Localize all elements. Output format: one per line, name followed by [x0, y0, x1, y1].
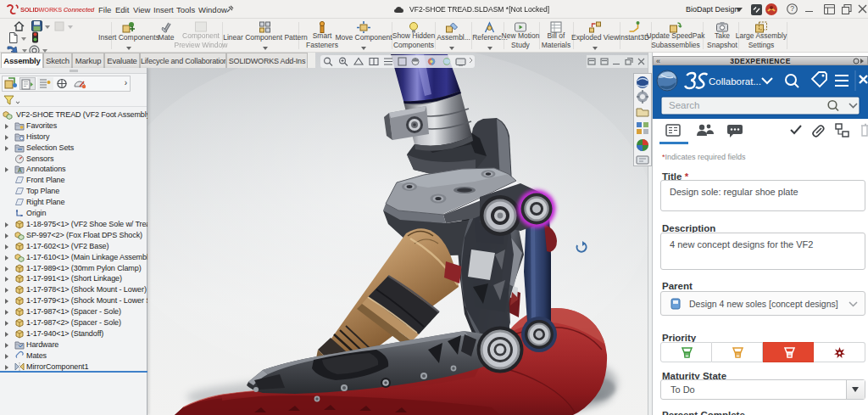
svg-text:?: ? — [790, 4, 794, 13]
svg-text:A: A — [18, 167, 22, 173]
svg-text:Search: Search — [669, 100, 699, 110]
svg-text:Collaborat...: Collaborat... — [709, 76, 761, 87]
